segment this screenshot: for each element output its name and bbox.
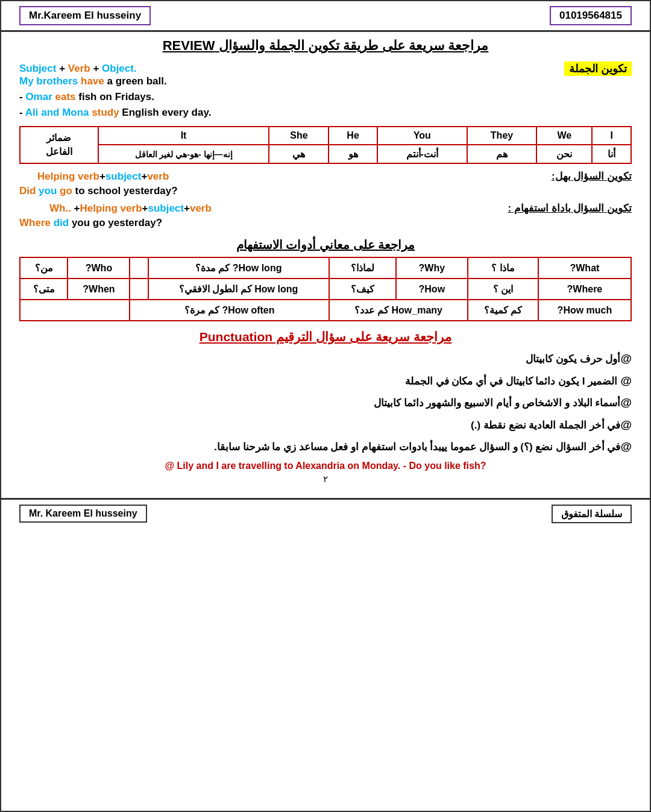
- wh-formula-row: Wh.. +Helping verb+subject+verb تكوين ال…: [19, 202, 632, 215]
- when-ar: متى؟: [20, 279, 68, 300]
- punct-item-4: @في أخر الجملة العادية نضع نقطة (.): [19, 417, 632, 434]
- pronoun-ar-We: نحن: [536, 145, 592, 163]
- formula-verb: Verb: [68, 63, 90, 74]
- sentence-label-text: تكوين الجملة: [564, 61, 632, 76]
- howlong1-ar: [130, 257, 148, 279]
- sentence-section-label: تكوين الجملة: [564, 62, 632, 75]
- footer-teacher-name: Mr. Kareem El husseiny: [19, 505, 147, 523]
- pronoun-He-text: He: [347, 130, 359, 140]
- wh-section: Wh.. +Helping verb+subject+verb تكوين ال…: [19, 202, 632, 229]
- yes-no-example: Did you go to school yesterday?: [19, 185, 632, 197]
- at4: @: [620, 418, 632, 431]
- pronoun-I-text: I: [610, 130, 612, 140]
- what-ar: ماذا ؟: [468, 257, 538, 279]
- example1-colored: My brothers: [19, 75, 81, 87]
- pronouns-arabic-row: أنا نحن هم أنت-أنتم هو هي إنه—إنها -هو-ه…: [20, 145, 631, 163]
- wh-formula-text: Wh.. +Helping verb+subject+verb: [49, 203, 212, 214]
- at3: @: [620, 396, 632, 409]
- interrogative-title: مراجعة على معاني أدوات الاستفهام: [19, 238, 632, 252]
- pronoun-ar-She: هي: [269, 145, 329, 163]
- interrogative-table: What? ماذا ؟ Why? لماذا؟ How long? كم مد…: [19, 257, 632, 321]
- example1-verb: have: [81, 75, 104, 87]
- wh-example-rest: you go yesterday?: [69, 217, 162, 228]
- wh-plus2: +: [142, 203, 148, 214]
- wh-helping: Helping verb: [80, 203, 142, 214]
- who-en: Who?: [68, 257, 130, 279]
- punct-item-1: @أول حرف يكون كابيتال: [19, 350, 632, 368]
- yes-no-label: تكوين السؤال بهل:: [552, 170, 632, 183]
- yes-no-label-text: تكوين السؤال بهل:: [552, 171, 632, 182]
- pronoun-It: It: [98, 127, 269, 145]
- pronoun-ar-I: أنا: [592, 145, 631, 163]
- title-review: REVIEW: [163, 38, 215, 53]
- did-word2: did: [54, 217, 69, 228]
- wh-left: Wh.. +Helping verb+subject+verb: [19, 203, 495, 215]
- wh-start: Wh..: [49, 203, 74, 214]
- example3-names: Ali and Mona: [25, 107, 92, 118]
- title-arabic: مراجعة سريعة على طريقة تكوين الجملة والس…: [219, 38, 489, 53]
- howlong2-en: How long كم الطول الافقي؟: [148, 279, 329, 300]
- pronouns-table: I We They You He She It ضمائرالفاعل أنا …: [19, 126, 632, 164]
- why-ar: لماذا؟: [329, 257, 396, 279]
- example2-rest: fish on Fridays.: [76, 91, 154, 102]
- go-word: go: [60, 185, 75, 197]
- pronouns-header-row: I We They You He She It ضمائرالفاعل: [20, 127, 631, 145]
- yes-no-left: Helping verb+subject+verb: [19, 171, 539, 183]
- pronoun-ar-You: أنت-أنتم: [377, 145, 467, 163]
- howlong1-en: How long? كم مدة؟: [148, 257, 329, 279]
- example2: - Omar eats fish on Fridays.: [19, 91, 632, 103]
- at5: @: [620, 440, 632, 453]
- pronoun-They: They: [467, 127, 537, 145]
- who-ar: من؟: [20, 257, 68, 279]
- page-number: ٢: [19, 474, 632, 485]
- wh-plus1: +: [74, 203, 80, 214]
- punct-item-5: @في أخر السؤال نضع (؟) و السؤال عموما يي…: [19, 438, 632, 456]
- interrog-row-2: Where? اين ؟ How? كيف؟ How long كم الطول…: [20, 279, 631, 300]
- formula-subject: Subject: [19, 63, 59, 74]
- rest-of-example: to school yesterday?: [75, 185, 178, 197]
- where-en: Where?: [538, 279, 631, 300]
- pronoun-You: You: [377, 127, 467, 145]
- example3-dash: -: [19, 107, 25, 118]
- punct-item-3: @أسماء البلاد و الاشخاص و أيام الاسبيع و…: [19, 394, 632, 412]
- example1-rest: a green ball.: [104, 75, 167, 87]
- wh-subject: subject: [148, 203, 184, 214]
- footer-series: سلسلة المتفوق: [552, 505, 632, 523]
- when-en: When?: [68, 279, 130, 300]
- howoften-cell: How often? كم مرة؟: [130, 300, 329, 321]
- pronoun-She: She: [269, 127, 329, 145]
- sentence-formation-section: Subject + Verb + Object. تكوين الجملة My…: [19, 62, 632, 122]
- how-en: How?: [396, 279, 468, 300]
- header-phone: 01019564815: [550, 6, 632, 25]
- main-content: مراجعة سريعة على طريقة تكوين الجملة والس…: [1, 32, 650, 492]
- at2: @: [617, 374, 632, 387]
- wh-label: تكوين السؤال باداة استفهام :: [508, 202, 632, 215]
- interrog-row-3: How much? كم كمية؟ How_many كم عدد؟ How …: [20, 300, 631, 321]
- did-word: Did: [19, 185, 39, 197]
- wh-example: Where did you go yesterday?: [19, 217, 632, 229]
- pronouns-section: I We They You He She It ضمائرالفاعل أنا …: [19, 126, 632, 164]
- pronoun-ar-It: إنه—إنها -هو-هي لغير العاقل: [98, 145, 269, 163]
- verb-text: verb: [147, 171, 169, 182]
- punct-item-2: @ الضمير I يكون دائما كابيتال في أي مكان…: [19, 373, 632, 390]
- example3-rest: English every day.: [119, 107, 212, 118]
- interrog-table-body: What? ماذا ؟ Why? لماذا؟ How long? كم مد…: [20, 257, 631, 321]
- yes-no-section: Helping verb+subject+verb تكوين السؤال ب…: [19, 170, 632, 197]
- example2-name: Omar: [25, 91, 55, 102]
- pronoun-They-text: They: [491, 130, 513, 140]
- pronoun-ar-He: هو: [329, 145, 377, 163]
- subject-formula: Subject + Verb + Object.: [19, 63, 137, 74]
- howmany-cell: How_many كم عدد؟: [329, 300, 468, 321]
- where-word: Where: [19, 217, 54, 228]
- howlong2-ar: [130, 279, 148, 300]
- punctuation-title: مراجعة سريعة على سؤال الترقيم Punctuatio…: [19, 330, 632, 344]
- page-title: مراجعة سريعة على طريقة تكوين الجملة والس…: [19, 38, 632, 54]
- why-en: Why?: [396, 257, 468, 279]
- plus1: +: [99, 171, 105, 182]
- punct-example: @ Lily and I are travelling to Alexandri…: [19, 461, 632, 471]
- page: Mr.Kareem El husseiny 01019564815 مراجعة…: [0, 0, 651, 812]
- wh-plus3: +: [184, 203, 190, 214]
- pronoun-I: I: [592, 127, 631, 145]
- where-ar: اين ؟: [468, 279, 538, 300]
- example3-verb: study: [92, 107, 119, 118]
